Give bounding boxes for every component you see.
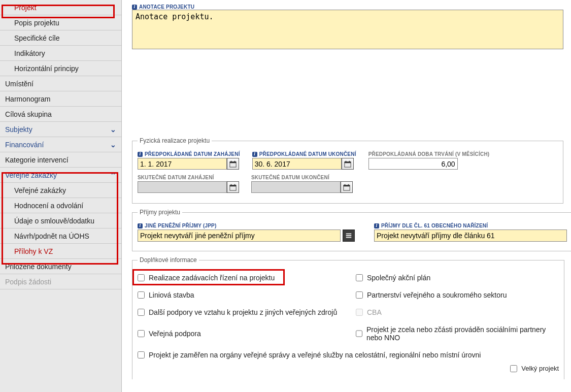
nav-kategorie-intervenci[interactable]: Kategorie intervencí xyxy=(0,152,121,168)
calendar-icon xyxy=(229,160,237,168)
nav-specificke-cile[interactable]: Specifické cíle xyxy=(0,30,121,46)
calendar-icon xyxy=(343,184,350,191)
svg-rect-6 xyxy=(345,160,346,162)
income-legend: Příjmy projektu xyxy=(138,209,182,216)
chevron-up-icon: ⌃ xyxy=(110,172,116,179)
additional-fieldset: Doplňkové informace Realizace zadávacích… xyxy=(132,256,564,379)
start-date-input[interactable] xyxy=(138,158,227,170)
svg-rect-17 xyxy=(346,235,352,236)
info-icon: i xyxy=(252,152,257,157)
nav-cilova-skupina[interactable]: Cílová skupina xyxy=(0,107,121,122)
nav-verejne-zakazky-parent[interactable]: Veřejné zakázky⌃ xyxy=(0,168,121,183)
duration-label: PŘEDPOKLÁDANÁ DOBA TRVÁNÍ (V MĚSÍCÍCH) xyxy=(368,151,490,157)
check-partnerstvi[interactable]: Partnerství veřejného a soukromého sekto… xyxy=(356,291,559,299)
check-cba: CBA xyxy=(356,308,559,316)
calendar-button[interactable] xyxy=(227,181,239,193)
check-organy-verejne-spravy[interactable]: Projekt je zaměřen na orgány veřejné spr… xyxy=(138,351,513,359)
check-velky-projekt[interactable]: Velký projekt xyxy=(510,365,559,372)
end-date-label: iPŘEDPOKLÁDANÉ DATUM UKONČENÍ xyxy=(252,151,356,157)
calendar-button[interactable] xyxy=(341,181,353,193)
annotation-textarea[interactable] xyxy=(132,10,563,49)
actual-end-input[interactable] xyxy=(251,181,341,193)
realization-legend: Fyzická realizace projektu xyxy=(138,137,212,144)
info-icon: i xyxy=(132,5,137,10)
realization-fieldset: Fyzická realizace projektu iPŘEDPOKLÁDAN… xyxy=(132,137,563,204)
annotation-label: i ANOTACE PROJEKTU xyxy=(132,4,571,10)
calendar-icon xyxy=(229,184,237,191)
duration-input xyxy=(368,158,458,170)
nav-harmonogram[interactable]: Harmonogram xyxy=(0,91,121,107)
check-verejna-podpora[interactable]: Veřejná podpora xyxy=(138,325,356,342)
jpp-input[interactable] xyxy=(138,230,341,242)
check-socialni-partnery[interactable]: Projekt je zcela nebo zčásti prováděn so… xyxy=(356,325,559,342)
income-fieldset: Příjmy projektu iJINÉ PENĚŽNÍ PŘÍJMY (JP… xyxy=(132,209,571,251)
jpp-label: iJINÉ PENĚŽNÍ PŘÍJMY (JPP) xyxy=(138,223,355,228)
svg-rect-18 xyxy=(346,237,352,238)
nav-prilohy-vz[interactable]: Přílohy k VZ xyxy=(0,244,121,259)
info-icon: i xyxy=(138,223,143,228)
svg-rect-15 xyxy=(348,184,349,185)
chevron-down-icon: ⌄ xyxy=(110,141,116,148)
main-content: i ANOTACE PROJEKTU Fyzická realizace pro… xyxy=(122,0,571,392)
art61-input[interactable] xyxy=(374,230,567,242)
nav-navrh-uohs[interactable]: Návrh/podnět na ÚOHS xyxy=(0,228,121,244)
svg-rect-3 xyxy=(234,160,236,162)
nav-subjekty[interactable]: Subjekty⌄ xyxy=(0,122,121,137)
chevron-down-icon: ⌄ xyxy=(110,126,116,133)
svg-rect-7 xyxy=(349,160,350,162)
nav-horizontalni-principy[interactable]: Horizontální principy xyxy=(0,61,121,76)
list-button[interactable] xyxy=(343,230,355,242)
nav-podpis-zadosti: Podpis žádosti xyxy=(0,274,121,289)
svg-rect-10 xyxy=(231,184,232,185)
calendar-button[interactable] xyxy=(227,158,239,170)
svg-rect-14 xyxy=(345,184,346,185)
nav-prilozene-dokumenty[interactable]: Přiložené dokumenty xyxy=(0,259,121,274)
nav-financovani[interactable]: Financování⌄ xyxy=(0,137,121,152)
nav-hodnoceni-odvolani[interactable]: Hodnocení a odvolání xyxy=(0,198,121,213)
nav-umisteni[interactable]: Umístění xyxy=(0,76,121,91)
svg-rect-16 xyxy=(346,234,352,235)
actual-end-label: SKUTEČNÉ DATUM UKONČENÍ xyxy=(251,175,353,180)
nav-udaje-smlouve[interactable]: Údaje o smlouvě/dodatku xyxy=(0,213,121,228)
nav-verejne-zakazky[interactable]: Veřejné zakázky xyxy=(0,183,121,198)
actual-start-input[interactable] xyxy=(138,181,227,193)
svg-rect-11 xyxy=(234,184,236,185)
additional-legend: Doplňkové informace xyxy=(138,256,199,264)
actual-start-label: SKUTEČNÉ DATUM ZAHÁJENÍ xyxy=(138,175,239,180)
check-spolecny-akcni-plan[interactable]: Společný akční plán xyxy=(356,274,559,282)
calendar-icon xyxy=(344,160,351,168)
check-liniova-stavba[interactable]: Liniová stavba xyxy=(138,291,356,299)
check-dalsi-podpory[interactable]: Další podpory ve vztahu k projektu z jin… xyxy=(138,308,356,316)
list-icon xyxy=(345,232,352,239)
calendar-button[interactable] xyxy=(342,158,354,170)
art61-label: iPŘÍJMY DLE ČL. 61 OBECNÉHO NAŘÍZENÍ xyxy=(374,223,567,228)
svg-rect-2 xyxy=(231,160,232,162)
sidebar: Projekt Popis projektu Specifické cíle I… xyxy=(0,0,122,392)
info-icon: i xyxy=(374,223,379,228)
start-date-label: iPŘEDPOKLÁDANÉ DATUM ZAHÁJENÍ xyxy=(138,151,240,157)
end-date-input[interactable] xyxy=(252,158,342,170)
nav-projekt[interactable]: Projekt xyxy=(0,0,121,15)
check-realizace-zadavacich[interactable]: Realizace zadávacích řízení na projektu xyxy=(138,274,356,282)
nav-popis-projektu[interactable]: Popis projektu xyxy=(0,15,121,30)
info-icon: i xyxy=(138,152,143,157)
nav-indikatory[interactable]: Indikátory xyxy=(0,46,121,61)
